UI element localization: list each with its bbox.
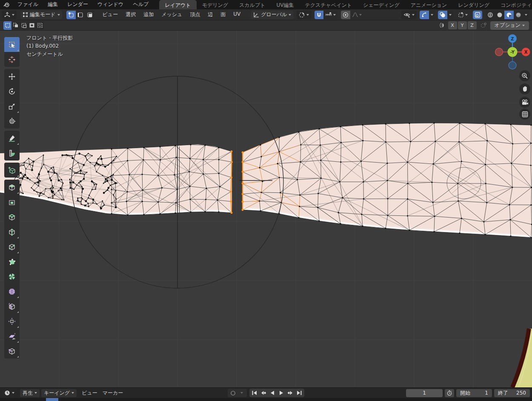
workspace-tab-5[interactable]: シェーディング <box>358 0 405 9</box>
tool-smooth[interactable] <box>4 284 20 299</box>
select-mode-face[interactable] <box>85 11 94 19</box>
pivot-point-button[interactable] <box>297 11 311 19</box>
header-menu-5[interactable]: 辺 <box>204 10 217 20</box>
show-overlays-button[interactable] <box>438 11 447 19</box>
wireframe-shading-button[interactable] <box>486 11 495 19</box>
timeline-editor-type-button[interactable] <box>2 389 17 397</box>
pan-hand-button[interactable] <box>519 83 530 95</box>
play-button[interactable] <box>277 389 286 397</box>
tool-add-cube[interactable] <box>4 163 20 178</box>
preview-range-button[interactable] <box>445 389 454 397</box>
select-mode-edge[interactable] <box>76 11 85 19</box>
topbar-menu-3[interactable]: ウィンドウ <box>93 0 128 9</box>
tool-cursor[interactable] <box>4 52 20 67</box>
tool-options-dropdown[interactable]: オプション <box>490 21 529 30</box>
header-menu-7[interactable]: UV <box>229 10 244 20</box>
jump-to-end-button[interactable] <box>295 389 303 397</box>
header-menu-4[interactable]: 頂点 <box>186 10 204 20</box>
tool-transform[interactable] <box>4 114 20 129</box>
solid-shading-button[interactable] <box>495 11 504 19</box>
tool-knife[interactable] <box>4 239 20 254</box>
select-mode-vertex[interactable] <box>66 11 76 19</box>
topbar-menu-2[interactable]: レンダー <box>63 0 93 9</box>
rendered-shading-button[interactable] <box>514 11 523 19</box>
auto-keying-button[interactable] <box>229 389 237 397</box>
workspace-tab-7[interactable]: レンダリング <box>452 0 495 9</box>
camera-view-button[interactable] <box>519 97 530 108</box>
play-reverse-button[interactable] <box>268 389 277 397</box>
topbar-menu-1[interactable]: 編集 <box>43 0 63 9</box>
prev-keyframe-button[interactable] <box>259 389 268 397</box>
tool-annotate[interactable] <box>4 131 20 146</box>
editor-type-button[interactable] <box>2 11 17 19</box>
tool-poly-build[interactable] <box>4 254 20 269</box>
material-preview-shading-button[interactable] <box>504 11 514 19</box>
tool-rotate[interactable] <box>4 84 20 99</box>
timeline-track-strip[interactable] <box>0 398 532 401</box>
frame-start-field[interactable]: 開始 1 <box>456 389 492 397</box>
snap-target-button[interactable] <box>323 11 338 19</box>
tool-select-box[interactable] <box>4 37 20 52</box>
workspace-tab-1[interactable]: モデリング <box>197 0 234 9</box>
mode-selector[interactable]: 編集モード <box>20 11 62 19</box>
select-box-mode-invert[interactable] <box>28 21 36 30</box>
workspace-tab-0[interactable]: レイアウト <box>159 0 196 9</box>
tool-shear[interactable] <box>4 329 20 344</box>
workspace-tab-8[interactable]: コンポジティング <box>495 0 532 9</box>
timeline-marker-menu[interactable]: マーカー <box>100 389 126 397</box>
blender-logo-icon[interactable] <box>0 0 13 9</box>
playhead-marker[interactable] <box>46 398 58 401</box>
workspace-tab-2[interactable]: スカルプト <box>234 0 271 9</box>
shading-dropdown[interactable] <box>523 11 529 19</box>
select-box-mode-subtract[interactable] <box>20 21 28 30</box>
tool-rip-region[interactable] <box>4 344 20 358</box>
overlays-dropdown[interactable] <box>447 11 453 19</box>
header-menu-3[interactable]: メッシュ <box>157 10 186 20</box>
mirror-axis-x[interactable]: X <box>448 21 457 29</box>
viewport-canvas[interactable]: フロント・平行投影 (1) Body.002 センチメートル Z X -Y <box>0 31 532 387</box>
select-box-mode-extend[interactable] <box>11 21 20 30</box>
frame-end-field[interactable]: 終了 250 <box>494 389 530 397</box>
tool-loop-cut[interactable] <box>4 224 20 239</box>
header-menu-2[interactable]: 追加 <box>140 10 157 20</box>
snap-magnet-button[interactable] <box>315 11 323 19</box>
workspace-tab-4[interactable]: テクスチャペイント <box>299 0 358 9</box>
gizmo-neg-z-axis[interactable] <box>509 62 516 69</box>
tool-shrink-fatten[interactable] <box>4 314 20 329</box>
grid-ortho-button[interactable] <box>519 109 530 120</box>
viewport-options-button[interactable] <box>456 11 469 19</box>
current-frame-field[interactable]: 1 <box>406 389 443 397</box>
autokey-dropdown[interactable] <box>237 389 246 397</box>
jump-to-start-button[interactable] <box>250 389 259 397</box>
header-menu-6[interactable]: 面 <box>217 10 229 20</box>
header-menu-1[interactable]: 選択 <box>122 10 140 20</box>
toggle-xray-button[interactable] <box>473 11 482 19</box>
next-keyframe-button[interactable] <box>286 389 295 397</box>
gizmo-dropdown[interactable] <box>429 11 435 19</box>
tool-edge-slide[interactable] <box>4 299 20 314</box>
workspace-tab-3[interactable]: UV編集 <box>271 0 299 9</box>
select-box-mode-intersect[interactable] <box>36 21 44 30</box>
symmetry-snap-icon[interactable] <box>480 22 487 29</box>
tool-scale[interactable] <box>4 99 20 114</box>
topbar-menu-4[interactable]: ヘルプ <box>128 0 153 9</box>
select-box-mode-new[interactable] <box>3 21 11 30</box>
navigation-gizmo[interactable]: Z X -Y <box>495 34 530 70</box>
tool-bevel[interactable] <box>4 209 20 224</box>
topbar-menu-0[interactable]: ファイル <box>13 0 43 9</box>
tool-move[interactable] <box>4 69 20 84</box>
tool-spin[interactable] <box>4 269 20 284</box>
gizmo-neg-x-axis[interactable] <box>495 48 503 56</box>
tool-inset-faces[interactable] <box>4 195 20 209</box>
falloff-curve-button[interactable] <box>350 11 363 19</box>
header-menu-0[interactable]: ビュー <box>99 10 122 20</box>
zoom-button[interactable] <box>519 70 530 81</box>
mirror-axis-y[interactable]: Y <box>458 21 467 29</box>
keying-menu[interactable]: キーイング <box>41 389 77 397</box>
object-visibility-button[interactable] <box>401 11 417 19</box>
timeline-view-menu[interactable]: ビュー <box>79 389 100 397</box>
workspace-tab-6[interactable]: アニメーション <box>405 0 453 9</box>
playback-menu[interactable]: 再生 <box>20 389 40 397</box>
tool-measure[interactable] <box>4 146 20 160</box>
show-gizmo-button[interactable] <box>420 11 429 19</box>
